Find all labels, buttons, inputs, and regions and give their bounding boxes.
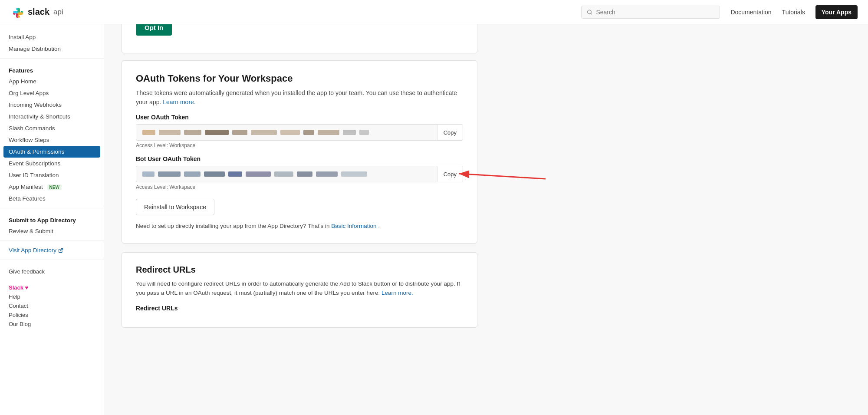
redirect-title: Redirect URLs [136,265,463,275]
external-link-icon [58,248,63,253]
learn-more-link-oauth[interactable]: Learn more. [163,99,195,105]
bot-token-label: Bot User OAuth Token [136,155,463,162]
sidebar-item-org-level-apps[interactable]: Org Level Apps [0,87,104,99]
sidebar-item-workflow-steps[interactable]: Workflow Steps [0,134,104,146]
our-blog-link[interactable]: Our Blog [9,319,95,329]
sidebar-item-manage-distribution[interactable]: Manage Distribution [0,43,104,55]
user-token-row: Copy [136,124,463,141]
main-content: Opt In OAuth Tokens for Your Workspace T… [104,0,495,347]
new-badge: NEW [47,184,62,190]
search-input[interactable] [596,9,714,16]
redirect-urls-card: Redirect URLs You will need to configure… [122,252,477,328]
nav-right: Documentation Tutorials Your Apps [581,5,858,19]
sidebar-item-user-id-translation[interactable]: User ID Translation [0,169,104,181]
svg-line-1 [591,13,592,14]
sidebar-item-install-app[interactable]: Install App [0,31,104,43]
sidebar-item-app-home[interactable]: App Home [0,76,104,87]
bot-token-copy-button[interactable]: Copy [437,166,463,182]
redirect-description: You will need to configure redirect URLs… [136,279,463,298]
sidebar: Install App Manage Distribution Features… [0,24,104,347]
documentation-link[interactable]: Documentation [730,9,771,16]
oauth-tokens-card: OAuth Tokens for Your Workspace These to… [122,60,477,244]
svg-line-2 [60,248,63,251]
your-apps-button[interactable]: Your Apps [815,5,858,19]
sidebar-item-oauth-permissions[interactable]: OAuth & Permissions [3,146,100,158]
slack-label: Slack [9,284,23,291]
reinstall-section: Reinstall to Workspace [136,194,463,221]
top-nav: slack api Documentation Tutorials Your A… [0,0,868,24]
oauth-description: These tokens were automatically generate… [136,89,463,107]
bot-token-container: Copy [136,166,463,182]
bot-token-row: Copy [136,166,463,182]
sidebar-item-slash-commands[interactable]: Slash Commands [0,122,104,134]
red-arrow-annotation [454,166,550,188]
sidebar-item-app-manifest[interactable]: App Manifest NEW [0,181,104,193]
bot-token-input [136,166,437,182]
sidebar-features-title: Features [0,62,104,76]
tutorials-link[interactable]: Tutorials [782,9,805,16]
redirect-urls-field-label: Redirect URLs [136,305,463,312]
user-token-access: Access Level: Workspace [136,142,463,148]
help-link[interactable]: Help [9,292,95,301]
sidebar-footer: Give feedback Slack ♥ Help Contact Polic… [0,263,104,332]
reinstall-button[interactable]: Reinstall to Workspace [136,199,214,215]
sidebar-submit-title: Submit to App Directory [0,212,104,225]
slack-logo-icon [10,5,24,19]
sidebar-item-event-subscriptions[interactable]: Event Subscriptions [0,158,104,169]
svg-line-4 [459,174,546,179]
heart-icon: ♥ [25,284,29,291]
policies-link[interactable]: Policies [9,310,95,319]
basic-information-link[interactable]: Basic Information [331,223,376,229]
contact-link[interactable]: Contact [9,301,95,310]
sidebar-item-review-submit[interactable]: Review & Submit [0,225,104,237]
sidebar-item-incoming-webhooks[interactable]: Incoming Webhooks [0,99,104,111]
search-icon [587,9,592,15]
oauth-title: OAuth Tokens for Your Workspace [136,73,463,84]
sidebar-item-beta-features[interactable]: Beta Features [0,193,104,204]
redirect-learn-more-link[interactable]: Learn more. [381,290,413,296]
user-token-copy-button[interactable]: Copy [437,124,463,141]
brand-api: api [53,8,63,16]
brand-slack: slack [28,7,49,17]
user-token-input [136,124,437,141]
logo: slack api [10,5,63,19]
slack-heart-link[interactable]: Slack ♥ [9,283,95,292]
bot-token-access: Access Level: Workspace [136,184,463,190]
install-note: Need to set up directly installing your … [136,221,463,231]
give-feedback-link[interactable]: Give feedback [9,267,95,276]
sidebar-item-interactivity[interactable]: Interactivity & Shortcuts [0,111,104,122]
visit-app-directory-link[interactable]: Visit App Directory [0,244,104,256]
user-token-label: User OAuth Token [136,114,463,121]
search-box[interactable] [581,6,720,19]
